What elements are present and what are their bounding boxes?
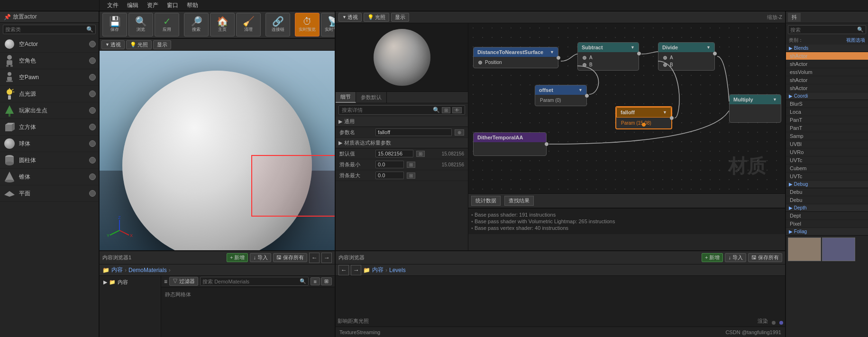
actor-item-character[interactable]: 空角色 (0, 53, 99, 69)
multiply-node[interactable]: Multiply ▼ (729, 94, 781, 123)
mat-slider-min-btn[interactable]: ⊞ (407, 162, 415, 168)
vp-light-btn[interactable]: 💡 光照 (126, 40, 152, 49)
mat-param-name-input[interactable] (375, 128, 452, 136)
cb1-back-btn[interactable]: ← (309, 253, 320, 263)
toolbar-browse-btn[interactable]: 🔍 浏览 (128, 13, 153, 36)
cb2-new-btn[interactable]: + 新增 (702, 253, 723, 262)
far-right-section-debug[interactable]: ▶ Debug (786, 181, 868, 188)
vp-show-btn[interactable]: 显示 (153, 40, 171, 49)
far-right-item-uvtc2[interactable]: UVTc (786, 173, 868, 181)
far-right-item-samp[interactable]: Samp (786, 132, 868, 140)
mat-slider-max-input[interactable] (375, 172, 404, 179)
far-right-item-pant2[interactable]: PanT (786, 124, 868, 132)
actor-item-light[interactable]: 点光源 (0, 86, 99, 102)
far-right-item-cubem[interactable]: Cubem (786, 164, 868, 173)
mat-tab-params[interactable]: 参数默认 (356, 92, 387, 103)
subtract-node[interactable]: Subtract ▼ A B (577, 42, 639, 71)
menu-file[interactable]: 文件 (103, 0, 122, 10)
cb2-back-btn[interactable]: ← (338, 265, 349, 275)
mat-perspective-btn[interactable]: ▼ 透视 (338, 13, 362, 22)
mat-light-btn[interactable]: 💡 光照 (364, 13, 389, 22)
far-right-item-pixel[interactable]: Pixel (786, 220, 868, 228)
far-right-item-debu2[interactable]: Debu (786, 196, 868, 204)
toolbar-save-btn[interactable]: 💾 保存 (102, 13, 127, 36)
texture-thumb-1[interactable] (788, 237, 821, 261)
actors-search-input[interactable] (5, 27, 86, 32)
far-right-item-4[interactable]: shActor (786, 84, 868, 92)
menu-window[interactable]: 窗口 (163, 0, 182, 10)
offset-node[interactable]: offset ▼ Param (0) (535, 85, 587, 106)
far-right-item-uvro[interactable]: UVRo (786, 148, 868, 156)
actor-item-sphere[interactable]: 球体 (0, 136, 99, 152)
toolbar-connect-btn[interactable]: 🔗 连接链 (265, 13, 290, 36)
cb2-breadcrumb-content[interactable]: 内容 (372, 266, 384, 274)
cb1-import-btn[interactable]: ↓ 导入 (250, 253, 271, 262)
far-right-search-input[interactable] (790, 27, 857, 33)
cb1-filter-btn[interactable]: ▽ 过滤器 (169, 277, 198, 286)
actor-item-plane[interactable]: 平面 (0, 185, 99, 202)
cb1-tree-content[interactable]: ▶ 📁 内容 (101, 278, 159, 287)
distance-node[interactable]: DistanceToNearestSurface ▼ Position (473, 47, 558, 68)
far-right-item-debu1[interactable]: Debu (786, 188, 868, 196)
far-right-section-depth[interactable]: ▶ Depth (786, 204, 868, 212)
actor-item-cylinder[interactable]: 圆柱体 (0, 152, 99, 169)
3d-viewport[interactable]: X Y Z (100, 51, 335, 250)
node-graph[interactable]: 材质 DistanceToNearestSurface ▼ Position (468, 23, 785, 193)
toolbar-realtime-btn[interactable]: ⏱ 实时预览 (295, 13, 320, 36)
far-right-item-loca[interactable]: Loca (786, 108, 868, 116)
far-right-item-0[interactable]: shActor (786, 52, 868, 60)
far-right-item-uvtc1[interactable]: UVTc (786, 156, 868, 164)
far-right-tab[interactable]: 抖 (788, 13, 801, 22)
cb1-breadcrumb-content[interactable]: 内容 (111, 266, 123, 274)
far-right-item-blur[interactable]: BlurS (786, 100, 868, 108)
cb1-forward-btn[interactable]: → (321, 253, 332, 263)
far-right-section-foliage[interactable]: ▶ Foliag (786, 228, 868, 236)
view-options-link[interactable]: 视图选项 (846, 37, 865, 44)
far-right-item-2[interactable]: essVolum (786, 68, 868, 76)
cb2-save-btn[interactable]: 🖫 保存所有 (748, 253, 782, 262)
far-right-item-dept[interactable]: Dept (786, 212, 868, 220)
far-right-section-blends[interactable]: ▶ Blends (786, 45, 868, 52)
cb1-view-btn1[interactable]: ≡ (311, 277, 320, 285)
actor-item-cone[interactable]: 锥体 (0, 169, 99, 185)
far-right-item-3[interactable]: shActor (786, 76, 868, 84)
far-right-item-pant1[interactable]: PanT (786, 116, 868, 124)
mat-prop-eye-btn[interactable]: 👁 (452, 107, 462, 113)
mat-tab-detail[interactable]: 细节 (336, 92, 356, 103)
toolbar-home-btn[interactable]: 🏠 主页 (210, 13, 235, 36)
actor-item-cube[interactable]: 立方体 (0, 119, 99, 136)
menu-edit[interactable]: 编辑 (123, 0, 142, 10)
mat-default-value-input[interactable] (375, 150, 413, 157)
cb1-save-btn[interactable]: 🖫 保存所有 (273, 253, 307, 262)
divide-node[interactable]: Divide ▼ A B (658, 42, 715, 71)
menu-help[interactable]: 帮助 (183, 0, 202, 10)
menu-asset[interactable]: 资产 (143, 0, 162, 10)
cb1-view-btn2[interactable]: ⊞ (321, 277, 332, 285)
cb1-search-box[interactable]: 🔍 (200, 277, 309, 286)
falloff-node[interactable]: falloff ▼ Param (15.08) (615, 106, 672, 129)
texture-thumb-2[interactable] (822, 237, 855, 261)
mat-param-name-copy-btn[interactable]: ⊕ (455, 129, 464, 136)
actor-item-player-start[interactable]: 玩家出生点 (0, 102, 99, 119)
far-right-item-1[interactable]: shActor (786, 60, 868, 68)
vp-perspective-btn[interactable]: ▼ 透视 (101, 40, 125, 49)
cb1-search-input[interactable] (202, 279, 300, 284)
actor-item-empty-actor[interactable]: 空Actor (0, 36, 99, 53)
cb1-new-btn[interactable]: + 新增 (227, 253, 248, 262)
cb2-breadcrumb-levels[interactable]: Levels (389, 267, 406, 273)
cb1-breadcrumb-demo[interactable]: DemoMaterials (128, 267, 167, 273)
dither-node[interactable]: DitherTemporalAA (473, 132, 547, 156)
actor-item-pawn[interactable]: 空Pawn (0, 69, 99, 86)
toolbar-search-btn[interactable]: 🔎 搜索 (184, 13, 209, 36)
mat-prop-more-btn[interactable]: ⊞ (442, 107, 450, 113)
cb2-forward-btn[interactable]: → (351, 265, 361, 275)
mat-show-btn[interactable]: 显示 (391, 13, 409, 22)
toolbar-clean-btn[interactable]: 🧹 清理 (236, 13, 261, 36)
mat-slider-min-input[interactable] (375, 161, 404, 168)
stats-btn[interactable]: 统计数据 (471, 196, 501, 206)
toolbar-apply-btn[interactable]: ✓ 应用 (155, 13, 179, 36)
mat-prop-search[interactable]: 🔍 ⊞ 👁 (338, 105, 465, 115)
actors-search-box[interactable]: 🔍 (3, 25, 96, 34)
mat-prop-search-input[interactable] (342, 107, 431, 113)
far-right-item-uvbl[interactable]: UVBl (786, 140, 868, 148)
